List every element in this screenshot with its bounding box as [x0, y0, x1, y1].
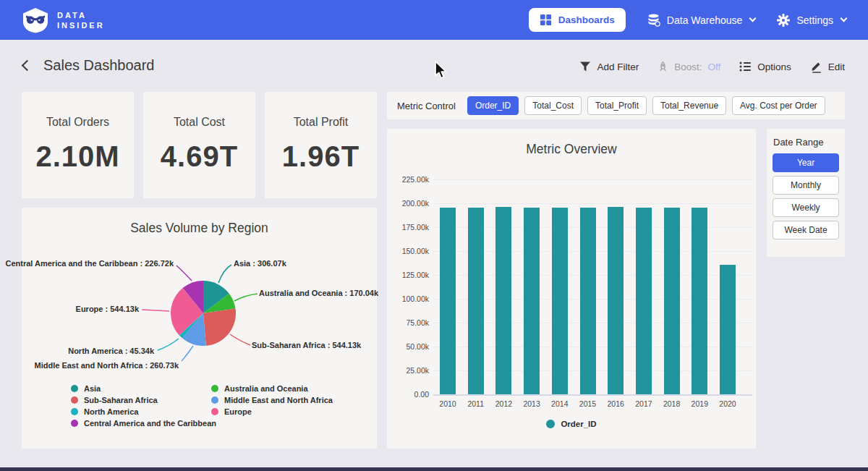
database-icon	[647, 14, 660, 27]
x-tick-label: 2013	[516, 399, 548, 408]
pie-slice-sub-saharan-africa	[203, 309, 236, 346]
gridline	[433, 203, 752, 204]
edit-label: Edit	[828, 61, 845, 72]
pie-legend-item-sub-saharan-africa: Sub-Saharan Africa	[71, 396, 216, 404]
metric-option-total-revenue[interactable]: Total_Revenue	[652, 96, 726, 115]
pie-legend-item-middle-east-and-north-africa: Middle East and North Africa	[211, 396, 333, 404]
metric-control-options: Order_IDTotal_CostTotal_ProfitTotal_Reve…	[467, 96, 825, 115]
pie-label-sub-saharan-africa: Sub-Saharan Africa : 544.13k	[252, 341, 361, 349]
metric-option-total-cost[interactable]: Total_Cost	[524, 96, 582, 115]
legend-dot	[71, 408, 78, 415]
y-tick-label: 225.00k	[387, 175, 429, 184]
bar-2017	[636, 208, 652, 394]
x-axis-line	[433, 394, 752, 396]
dashboards-label: Dashboards	[558, 14, 615, 25]
owl-logo-icon	[22, 7, 49, 33]
legend-dot	[211, 408, 218, 415]
legend-dot	[546, 420, 555, 428]
pie-legend-item-australia-and-oceania: Australia and Oceania	[211, 384, 333, 392]
dashboards-button[interactable]: Dashboards	[529, 8, 626, 32]
options-label: Options	[757, 61, 791, 72]
x-tick-label: 2015	[572, 399, 604, 408]
legend-dot	[71, 385, 78, 392]
bar-2010	[440, 208, 456, 394]
bottom-edge	[0, 467, 868, 471]
metric-option-avg-cost-per-order[interactable]: Avg. Cost per Order	[732, 96, 825, 115]
pie-card: Sales Volume by Region AsiaSub-Saharan A…	[22, 208, 377, 449]
metric-control-bar: Metric Control Order_IDTotal_CostTotal_P…	[387, 92, 845, 119]
kpi-label: Total Profit	[265, 116, 377, 129]
boost-state: Off	[707, 61, 720, 72]
legend-dot	[71, 420, 78, 427]
bar-legend: Order_ID	[387, 420, 756, 428]
boost-toggle[interactable]: Boost: Off	[658, 61, 720, 72]
pie-leader-line-australia-and-oceania	[234, 294, 258, 301]
y-tick-label: 175.00k	[387, 223, 429, 232]
pie-label-north-america: North America : 45.34k	[68, 347, 154, 355]
x-tick-label: 2017	[628, 399, 660, 408]
mouse-cursor	[434, 61, 450, 80]
pie-label-australia-and-oceania: Australia and Oceania : 170.04k	[259, 289, 378, 297]
date-range-options: YearMonthlyWeeklyWeek Date	[767, 153, 845, 239]
chevron-down-icon	[749, 15, 757, 22]
brand[interactable]: DATA INSIDER	[22, 7, 105, 33]
settings-label: Settings	[796, 14, 833, 26]
bar-plot: 225.00k200.00k175.00k150.00k125.00k100.0…	[387, 129, 756, 449]
data-warehouse-label: Data Warehouse	[667, 14, 743, 26]
pie-legend-item-asia: Asia	[71, 384, 216, 392]
y-tick-label: 200.00k	[387, 199, 429, 208]
boost-label: Boost:	[674, 61, 702, 72]
y-tick-label: 50.00k	[387, 342, 429, 351]
date-range-option-year[interactable]: Year	[773, 153, 839, 172]
settings-menu[interactable]: Settings	[777, 14, 846, 27]
pie-leader-line-middle-east-and-north-africa	[182, 346, 193, 361]
date-range-option-monthly[interactable]: Monthly	[773, 176, 839, 195]
pie-leader-line-central-america-and-the-caribbean	[176, 266, 192, 281]
data-warehouse-menu[interactable]: Data Warehouse	[647, 14, 756, 27]
bar-legend-label: Order_ID	[561, 420, 596, 428]
edit-pencil-icon	[810, 60, 822, 73]
metric-option-total-profit[interactable]: Total_Profit	[587, 96, 647, 115]
pie-leader-line-europe	[142, 310, 169, 311]
bar-2013	[524, 208, 540, 394]
y-tick-label: 25.00k	[387, 366, 429, 375]
brand-text: DATA INSIDER	[57, 10, 105, 30]
legend-label: Australia and Oceania	[224, 384, 308, 393]
kpi-value: 1.96T	[265, 140, 377, 173]
dashboards-grid-icon	[540, 14, 552, 26]
kpi-value: 2.10M	[22, 140, 134, 173]
add-filter-label: Add Filter	[597, 61, 639, 72]
kpi-value: 4.69T	[143, 140, 255, 173]
navbar: DATA INSIDER Dashboards	[0, 0, 868, 40]
metric-control-label: Metric Control	[397, 101, 456, 111]
bar-card: Metric Overview 225.00k200.00k175.00k150…	[387, 129, 756, 449]
brand-line2: INSIDER	[57, 20, 105, 30]
x-tick-label: 2014	[544, 399, 576, 408]
back-button[interactable]	[20, 60, 32, 72]
date-range-option-week-date[interactable]: Week Date	[773, 221, 839, 239]
pie-legend-col-1: AsiaSub-Saharan AfricaNorth AmericaCentr…	[71, 384, 216, 427]
app: DATA INSIDER Dashboards	[0, 0, 868, 471]
date-range-option-weekly[interactable]: Weekly	[773, 198, 839, 217]
rocket-icon	[658, 61, 668, 72]
chevron-down-icon	[841, 15, 848, 22]
add-filter-button[interactable]: Add Filter	[579, 61, 639, 72]
gear-icon	[777, 14, 790, 27]
kpi-label: Total Cost	[143, 116, 255, 129]
bar-2012	[495, 207, 511, 394]
y-tick-label: 0.00	[387, 390, 429, 399]
date-range-label: Date Range	[773, 137, 845, 148]
pie-label-middle-east-and-north-africa: Middle East and North Africa : 260.73k	[35, 361, 179, 370]
x-tick-label: 2011	[460, 399, 492, 408]
edit-button[interactable]: Edit	[810, 60, 845, 73]
y-tick-label: 100.00k	[387, 294, 429, 303]
brand-line1: DATA	[57, 10, 105, 20]
x-tick-label: 2019	[684, 399, 715, 408]
metric-option-order-id[interactable]: Order_ID	[467, 96, 519, 115]
page-title: Sales Dashboard	[43, 57, 154, 74]
legend-label: North America	[84, 407, 138, 416]
header-actions: Add Filter Boost: Off Options	[579, 60, 845, 73]
x-tick-label: 2016	[600, 399, 631, 408]
gridline	[433, 179, 752, 180]
options-button[interactable]: Options	[739, 61, 791, 72]
